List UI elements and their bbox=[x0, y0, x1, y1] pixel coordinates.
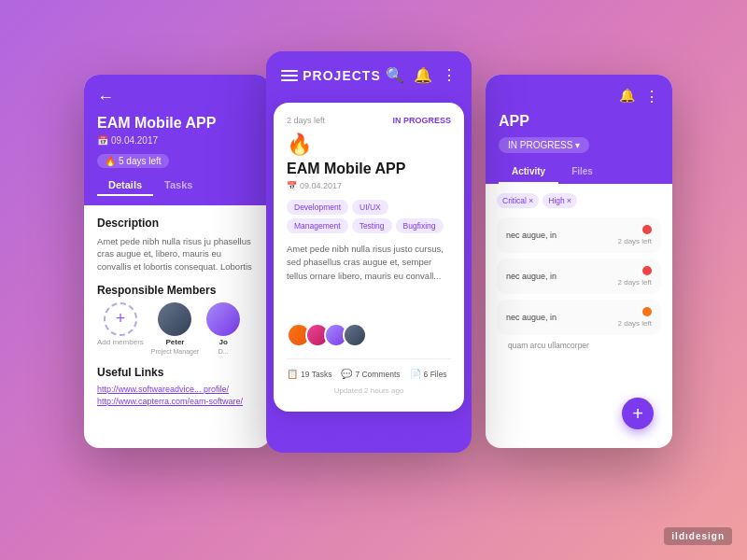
tab-activity[interactable]: Activity bbox=[499, 161, 558, 184]
member-name-jo: Jo bbox=[218, 338, 227, 346]
card-date: 📅 09.04.2017 bbox=[287, 181, 451, 190]
right-header-icons: 🔔 ⋮ bbox=[499, 88, 659, 105]
tag-bugfixing[interactable]: Bugfixing bbox=[396, 218, 444, 233]
add-member-label: Add members bbox=[97, 338, 144, 346]
filter-chip-high[interactable]: High × bbox=[543, 193, 577, 208]
list-item: nec augue, in 2 days left bbox=[497, 259, 661, 294]
list-item-right: 2 days left bbox=[618, 307, 652, 328]
days-left-label: 2 days left bbox=[618, 278, 652, 287]
card-stats: 📋 19 Tasks 💬 7 Comments 📄 6 Files bbox=[287, 369, 451, 379]
link-2[interactable]: http://www.capterra.com/eam-software/ bbox=[97, 397, 258, 406]
center-header-title: PROJECTS bbox=[303, 68, 380, 83]
filter-critical-remove[interactable]: × bbox=[529, 196, 533, 205]
days-left-label: 2 days left bbox=[618, 319, 652, 328]
description-title: Description bbox=[97, 217, 258, 230]
card-description: Amet pede nibh nulla risus justo cursus,… bbox=[287, 243, 451, 312]
tag-uiux[interactable]: UI/UX bbox=[352, 200, 388, 215]
chevron-down-icon: ▾ bbox=[575, 140, 580, 150]
filter-critical-label: Critical bbox=[502, 196, 527, 205]
left-tabs: Details Tasks bbox=[97, 175, 258, 196]
members-row: + Add members Peter Project Manager Jo D… bbox=[97, 302, 258, 355]
members-title: Responsible Members bbox=[97, 284, 258, 297]
left-phone-header: ← EAM Mobile APP 📅 09.04.2017 🔥 5 days l… bbox=[84, 75, 271, 205]
left-phone-body: Description Amet pede nibh nulla risus j… bbox=[84, 205, 271, 448]
list-item-right: 2 days left bbox=[618, 225, 652, 245]
description-text: Amet pede nibh nulla risus ju phasellus … bbox=[97, 235, 258, 273]
tasks-icon: 📋 bbox=[287, 369, 298, 379]
phone-left: ← EAM Mobile APP 📅 09.04.2017 🔥 5 days l… bbox=[84, 75, 271, 448]
links-title: Useful Links bbox=[97, 366, 258, 379]
member-jo: Jo D... bbox=[206, 302, 240, 355]
add-circle-icon[interactable]: + bbox=[104, 302, 137, 336]
priority-indicator bbox=[642, 266, 652, 275]
avatar-jo bbox=[206, 302, 240, 336]
days-badge: 🔥 5 days left bbox=[97, 154, 169, 168]
add-project-label: + ADD NEW PROJECT bbox=[310, 430, 427, 441]
card-title: EAM Mobile APP bbox=[287, 161, 451, 177]
phone-right: 🔔 ⋮ APP IN PROGRESS ▾ Activity Files Cri… bbox=[486, 75, 672, 448]
project-card: 2 days left IN PROGRESS 🔥 EAM Mobile APP… bbox=[274, 103, 464, 412]
right-header: 🔔 ⋮ APP IN PROGRESS ▾ Activity Files bbox=[486, 75, 672, 184]
card-updated: Updated 2 hours ago bbox=[287, 386, 451, 395]
search-icon[interactable]: 🔍 bbox=[386, 66, 404, 84]
more-icon[interactable]: ⋮ bbox=[442, 66, 457, 84]
header-icons: 🔍 🔔 ⋮ bbox=[386, 66, 457, 84]
stat-files: 📄 6 Files bbox=[410, 369, 447, 379]
card-avatars bbox=[287, 323, 451, 347]
notification-icon[interactable]: 🔔 bbox=[414, 66, 432, 84]
stat-tasks: 📋 19 Tasks bbox=[287, 369, 331, 379]
member-peter: Peter Project Manager bbox=[151, 302, 199, 355]
priority-indicator bbox=[642, 307, 652, 316]
more-icon-right[interactable]: ⋮ bbox=[644, 88, 659, 105]
list-item: nec augue, in 2 days left bbox=[497, 217, 661, 253]
card-top: 2 days left IN PROGRESS bbox=[287, 116, 451, 125]
fire-icon: 🔥 bbox=[287, 133, 451, 157]
in-progress-badge[interactable]: IN PROGRESS ▾ bbox=[499, 137, 589, 153]
stat-comments: 💬 7 Comments bbox=[341, 369, 400, 379]
add-member-button[interactable]: + Add members bbox=[97, 302, 144, 346]
list-item-text: nec augue, in bbox=[506, 272, 618, 281]
right-body: Critical × High × nec augue, in 2 days l… bbox=[486, 184, 672, 359]
filter-chip-critical[interactable]: Critical × bbox=[497, 193, 539, 208]
tab-files[interactable]: Files bbox=[558, 161, 606, 184]
left-phone-date: 📅 09.04.2017 bbox=[97, 135, 258, 146]
link-1[interactable]: http://www.softwareadvice... profile/ bbox=[97, 385, 258, 394]
list-overflow-text: quam arcu ullamcorper bbox=[497, 341, 661, 350]
links-section: http://www.softwareadvice... profile/ ht… bbox=[97, 385, 258, 406]
center-header: PROJECTS 🔍 🔔 ⋮ bbox=[266, 51, 472, 95]
tag-management[interactable]: Management bbox=[287, 218, 348, 233]
right-phone-title: APP bbox=[499, 113, 659, 130]
tag-development[interactable]: Development bbox=[287, 200, 348, 215]
fire-icon-small: 🔥 bbox=[105, 156, 116, 166]
notification-icon-right[interactable]: 🔔 bbox=[619, 88, 635, 105]
filter-high-remove[interactable]: × bbox=[567, 196, 571, 205]
card-status: IN PROGRESS bbox=[392, 116, 451, 125]
progress-row: IN PROGRESS ▾ bbox=[499, 137, 659, 153]
hamburger-menu[interactable] bbox=[281, 70, 298, 81]
filter-row: Critical × High × bbox=[497, 193, 661, 208]
watermark: ildıdesign bbox=[664, 527, 732, 545]
add-project-button[interactable]: + ADD NEW PROJECT bbox=[266, 419, 472, 453]
card-avatar-4 bbox=[343, 323, 367, 347]
right-tabs: Activity Files bbox=[499, 161, 659, 184]
comments-icon: 💬 bbox=[341, 369, 352, 379]
member-role-jo: D... bbox=[218, 348, 229, 355]
back-button[interactable]: ← bbox=[97, 88, 258, 107]
left-phone-title: EAM Mobile APP bbox=[97, 115, 258, 132]
priority-indicator bbox=[642, 225, 652, 234]
list-item-right: 2 days left bbox=[618, 266, 652, 287]
list-item-text: nec augue, in bbox=[506, 313, 618, 322]
tab-details[interactable]: Details bbox=[97, 175, 153, 196]
tab-tasks[interactable]: Tasks bbox=[153, 175, 204, 196]
phone-center: PROJECTS 🔍 🔔 ⋮ 2 days left IN PROGRESS 🔥… bbox=[266, 51, 472, 453]
calendar-icon: 📅 bbox=[97, 135, 108, 146]
days-left-label: 2 days left bbox=[618, 237, 652, 245]
member-role-peter: Project Manager bbox=[151, 348, 199, 355]
fab-button[interactable]: + bbox=[622, 398, 654, 429]
card-divider bbox=[287, 358, 451, 359]
card-days-left: 2 days left bbox=[287, 116, 325, 125]
tag-testing[interactable]: Testing bbox=[352, 218, 392, 233]
fab-icon: + bbox=[632, 403, 643, 425]
list-item-text: nec augue, in bbox=[506, 231, 618, 240]
files-icon: 📄 bbox=[410, 369, 421, 379]
